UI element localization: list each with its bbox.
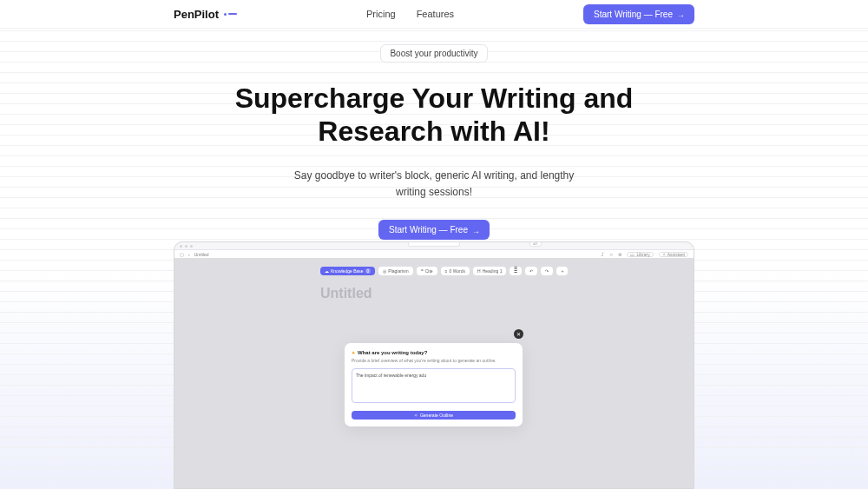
logo-wrap[interactable]: PenPilot [174,8,237,21]
heading-chip[interactable]: H Heading 1 [473,267,506,275]
generate-outline-button[interactable]: ✧ Generate Outline [352,411,516,420]
modal-subtitle: Provide a brief overview of what you're … [352,358,516,363]
redo-chip[interactable]: ↷ [541,267,553,275]
window-dot-icon [185,245,187,248]
close-icon: ✕ [516,331,521,337]
heading-icon: H [477,268,481,274]
breadcrumb-title: Untitled [194,252,209,257]
assistant-button[interactable]: ✧ Assistant [659,252,688,257]
wand-icon: ✧ [414,413,418,418]
arrow-right-icon [472,227,479,234]
logo-text: PenPilot [174,8,219,21]
mockup-search-pill: ⌘K [529,242,542,247]
hero-cta-label: Start Writing — Free [389,225,468,235]
hero-title: Supercharge Your Writing and Research wi… [234,82,634,149]
gear-icon[interactable]: ⚙ [618,252,621,257]
words-chip: ≡ 0 Words [441,267,470,275]
plagiarism-chip[interactable]: ◎ Plagiarism [378,267,412,275]
hero-subtitle: Say goodbye to writer's block, generic A… [291,168,577,201]
modal-title-text: What are you writing today? [358,350,427,355]
words-label: 0 Words [449,268,465,274]
kb-chip[interactable]: ☁ Knowledge Base 0 [320,267,375,275]
hero-badge: Boost your productivity [380,44,487,63]
header-cta-button[interactable]: Start Writing — Free [583,4,694,24]
library-icon: ▭ [630,252,635,257]
logo-decoration-icon [224,13,237,16]
plagiarism-label: Plagiarism [388,268,408,274]
cite-label: Cite [425,268,433,274]
modal-title: ✦ What are you writing today? [352,350,516,355]
assistant-icon: ✧ [662,252,666,257]
nav-pricing[interactable]: Pricing [366,9,396,19]
shield-icon: ◎ [383,268,386,274]
plus-icon: + [561,268,563,274]
mockup-window-chrome: ⌘K [174,242,694,250]
modal-close-button[interactable]: ✕ [514,329,523,339]
upload-icon[interactable]: ⤴ [602,252,604,257]
cloud-icon: ☁ [325,268,329,274]
mockup-url-tab [408,242,460,247]
library-label: Library [636,252,649,257]
editor-toolbar: ☁ Knowledge Base 0 ◎ Plagiarism ❝ Cite ≡… [320,267,568,275]
heading-label: Heading 1 [483,268,503,274]
align-icon: ≣ [514,268,517,274]
sidebar-toggle-icon[interactable]: ▢ [180,252,184,257]
undo-chip[interactable]: ↶ [525,267,537,275]
nav: Pricing Features [366,9,454,19]
text-icon: ≡ [445,268,448,274]
mockup-top-bar: ▢ ‹ Untitled ⤴ ☆ ⚙ ▭ Library ✧ Assistant [174,250,694,258]
document-title[interactable]: Untitled [320,286,372,301]
kb-count: 0 [365,268,372,274]
kb-label: Knowledge Base [331,268,364,274]
library-button[interactable]: ▭ Library [627,252,653,257]
generate-outline-label: Generate Outline [420,413,453,418]
hero-section: Boost your productivity Supercharge Your… [0,29,868,240]
modal-input[interactable] [352,368,516,403]
add-chip[interactable]: + [556,267,568,275]
header-cta-label: Start Writing — Free [594,10,673,19]
undo-icon: ↶ [529,268,533,274]
outline-modal: ✦ What are you writing today? Provide a … [345,343,523,426]
arrow-right-icon [677,10,684,17]
app-mockup: ⌘K ▢ ‹ Untitled ⤴ ☆ ⚙ ▭ Library ✧ Assist… [174,241,694,489]
star-icon[interactable]: ☆ [609,252,613,257]
redo-icon: ↷ [545,268,549,274]
align-chip[interactable]: ≣ [510,267,522,275]
site-header: PenPilot Pricing Features Start Writing … [0,0,868,29]
sparkle-icon: ✦ [352,350,355,355]
cite-chip[interactable]: ❝ Cite [417,267,437,275]
window-dot-icon [180,245,182,248]
breadcrumb-back[interactable]: ‹ [188,252,190,257]
quote-icon: ❝ [421,268,424,274]
hero-cta-button[interactable]: Start Writing — Free [378,220,490,240]
assistant-label: Assistant [667,252,685,257]
nav-features[interactable]: Features [417,9,454,19]
window-dot-icon [190,245,193,248]
